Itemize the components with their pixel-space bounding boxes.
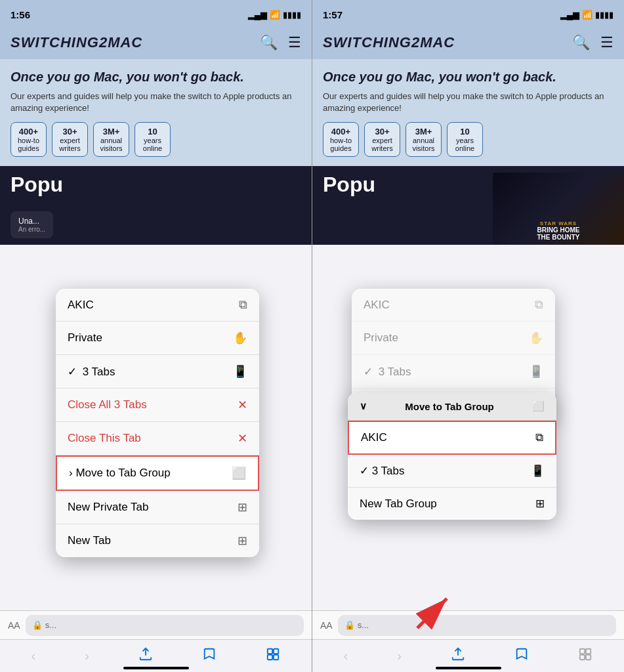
left-menu-akic[interactable]: AKIC ⧉ — [56, 289, 259, 322]
right-site-content: Once you go Mac, you won't go back. Our … — [312, 59, 624, 166]
left-site-content: Once you go Mac, you won't go back. Our … — [0, 59, 312, 166]
right-battery-icon: ▮▮▮▮ — [595, 10, 614, 20]
right-submenu-new-group-icon: ⊞ — [535, 497, 545, 511]
svg-rect-2 — [268, 655, 272, 660]
left-menu-move-tab-group[interactable]: › Move to Tab Group ⬜ — [56, 455, 259, 491]
right-menu-close-all[interactable]: Close All 3 Tabs ✕ — [352, 388, 555, 421]
right-submenu-3tabs[interactable]: ✓ 3 Tabs 📱 — [348, 455, 556, 488]
right-submenu-title: Move to Tab Group — [405, 401, 494, 412]
left-menu-new-tab[interactable]: New Tab ⊞ — [56, 524, 259, 557]
right-address-bar-container: AA 🔒 s... — [312, 610, 624, 639]
right-stat-3m: 3M+ annualvisitors — [406, 122, 442, 157]
svg-line-5 — [417, 598, 447, 628]
svg-rect-8 — [580, 655, 585, 660]
right-url-text: s... — [358, 620, 369, 630]
right-submenu-akic-label: AKIC — [361, 431, 387, 444]
right-time: 1:57 — [323, 9, 343, 20]
left-stat-3m: 3M+ annualvisitors — [93, 122, 129, 157]
left-close-this-icon: ✕ — [238, 431, 247, 446]
left-menu-private[interactable]: Private ✋ — [56, 322, 259, 355]
left-url-text: s... — [45, 620, 56, 630]
right-menu-akic[interactable]: AKIC ⧉ — [352, 289, 555, 322]
right-wifi-icon: 📶 — [582, 10, 593, 20]
right-submenu: ∨ Move to Tab Group ⬜ AKIC ⧉ ✓ 3 Tabs 📱 … — [348, 392, 556, 520]
right-movie-poster: STAR WARS BRING HOMETHE BOUNTY — [493, 173, 624, 245]
left-aa-label[interactable]: AA — [8, 620, 20, 631]
left-time: 1:56 — [10, 9, 30, 20]
right-search-icon[interactable]: 🔍 — [572, 34, 590, 51]
right-stat-10: 10 yearsonline — [447, 122, 483, 157]
left-close-all-label: Close All 3 Tabs — [68, 398, 147, 411]
right-tagline: Once you go Mac, you won't go back. — [323, 68, 614, 85]
right-context-menu: AKIC ⧉ Private ✋ ✓ 3 Tabs 📱 Close All 3 … — [352, 289, 555, 421]
left-menu-icon[interactable]: ☰ — [288, 34, 301, 51]
left-menu-new-private[interactable]: New Private Tab ⊞ — [56, 491, 259, 524]
left-move-tab-icon: ⬜ — [232, 466, 246, 480]
right-menu-icon[interactable]: ☰ — [600, 34, 614, 51]
left-context-menu: AKIC ⧉ Private ✋ ✓ 3 Tabs 📱 Close All 3 … — [56, 289, 259, 557]
left-close-all-icon: ✕ — [238, 398, 247, 412]
svg-rect-0 — [268, 649, 272, 654]
right-description: Our experts and guides will help you mak… — [323, 91, 614, 114]
right-menu-private[interactable]: Private ✋ — [352, 322, 555, 355]
right-back-btn[interactable]: ‹ — [336, 643, 356, 669]
left-lock-icon: 🔒 — [32, 620, 43, 630]
right-submenu-arrow-icon: ⬜ — [532, 400, 545, 412]
svg-rect-6 — [580, 649, 585, 654]
left-bookmarks-btn[interactable] — [194, 642, 224, 670]
left-menu-3tabs[interactable]: ✓ 3 Tabs 📱 — [56, 355, 259, 388]
right-submenu-new-group-label: New Tab Group — [360, 497, 437, 511]
right-close-all-label: Close All 3 Tabs — [364, 398, 443, 411]
left-menu-close-this[interactable]: Close This Tab ✕ — [56, 422, 259, 455]
right-submenu-3tabs-label: ✓ 3 Tabs — [360, 464, 405, 478]
left-tabs-btn[interactable] — [258, 642, 288, 670]
right-dark-area: Popu STAR WARS BRING HOMETHE BOUNTY — [312, 166, 624, 245]
right-submenu-akic[interactable]: AKIC ⧉ — [348, 421, 556, 455]
right-share-btn[interactable] — [443, 642, 473, 670]
right-bookmarks-btn[interactable] — [507, 642, 537, 670]
svg-rect-7 — [586, 649, 591, 654]
right-popu-text: Popu — [323, 173, 375, 197]
right-aa-label[interactable]: AA — [320, 620, 333, 631]
left-search-icon[interactable]: 🔍 — [260, 34, 278, 51]
svg-rect-9 — [586, 655, 591, 660]
right-red-arrow — [414, 592, 453, 634]
left-menu-3tabs-label: ✓ 3 Tabs — [68, 365, 115, 379]
right-stats-row: 400+ how-toguides 30+ expertwriters 3M+ … — [323, 122, 614, 157]
right-submenu-3tabs-icon: 📱 — [531, 464, 545, 478]
right-submenu-header: ∨ Move to Tab Group ⬜ — [348, 392, 556, 421]
right-stat-30: 30+ expertwriters — [364, 122, 400, 157]
left-stats-row: 400+ how-toguides 30+ expertwriters 3M+ … — [10, 122, 301, 157]
right-tabs-btn[interactable] — [570, 642, 600, 670]
left-back-btn[interactable]: ‹ — [24, 643, 44, 669]
right-status-bar: 1:57 ▂▄▆ 📶 ▮▮▮▮ — [312, 0, 624, 29]
right-forward-btn[interactable]: › — [389, 643, 409, 669]
left-share-btn[interactable] — [131, 642, 161, 670]
right-menu-3tabs[interactable]: ✓ 3 Tabs 📱 — [352, 355, 555, 388]
left-menu-close-all[interactable]: Close All 3 Tabs ✕ — [56, 388, 259, 422]
left-tagline: Once you go Mac, you won't go back. — [10, 68, 301, 85]
right-menu-3tabs-label: ✓ 3 Tabs — [364, 365, 411, 379]
left-site-logo: SWITCHING2MAC — [10, 34, 142, 51]
left-hand-icon: ✋ — [233, 331, 247, 345]
right-hand-icon: ✋ — [529, 331, 543, 345]
left-phone-panel: 1:56 ▂▄▆ 📶 ▮▮▮▮ SWITCHING2MAC 🔍 ☰ Once y… — [0, 0, 312, 672]
right-stat-400: 400+ how-toguides — [323, 122, 359, 157]
right-submenu-new-group[interactable]: New Tab Group ⊞ — [348, 488, 556, 520]
right-signal-icon: ▂▄▆ — [560, 10, 579, 20]
left-move-tab-label: › Move to Tab Group — [69, 467, 171, 480]
right-home-indicator — [436, 667, 501, 669]
right-status-icons: ▂▄▆ 📶 ▮▮▮▮ — [560, 10, 614, 20]
right-header-icons: 🔍 ☰ — [572, 34, 614, 51]
left-forward-btn[interactable]: › — [77, 643, 97, 669]
right-lock-icon: 🔒 — [344, 620, 355, 630]
left-battery-icon: ▮▮▮▮ — [283, 10, 301, 20]
right-menu-akic-label: AKIC — [364, 299, 390, 312]
svg-rect-3 — [274, 655, 278, 660]
right-site-header: SWITCHING2MAC 🔍 ☰ — [312, 29, 624, 59]
left-url-bar[interactable]: 🔒 s... — [26, 615, 304, 636]
right-phone-icon: 📱 — [529, 364, 543, 379]
right-url-bar[interactable]: 🔒 s... — [338, 615, 616, 636]
right-close-all-icon: ✕ — [533, 398, 543, 412]
left-menu-private-label: Private — [68, 331, 102, 345]
